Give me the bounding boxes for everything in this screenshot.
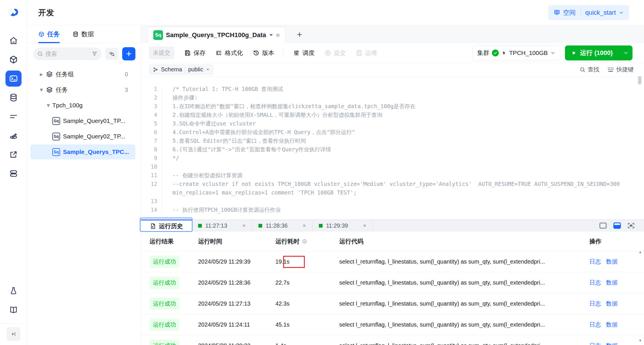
data-link[interactable]: 数据 [606, 321, 618, 329]
code-editor[interactable]: 1 /* Tutorial 1: TPC-H 100GB 查询测试 2 操作步骤… [141, 77, 644, 219]
rail-item-share[interactable] [0, 145, 27, 164]
code-line: 1 /* Tutorial 1: TPC-H 100GB 查询测试 [141, 85, 644, 93]
editor-scrollbar-thumb[interactable] [638, 76, 641, 85]
log-link[interactable]: 日志 [589, 279, 601, 287]
flask-icon [9, 287, 18, 295]
collapse-sidebar-button[interactable] [7, 327, 20, 341]
search-box[interactable] [33, 47, 101, 60]
filter-funnel-icon[interactable] [92, 51, 97, 57]
terminal-icon [9, 74, 18, 83]
col-header-duration: 运行耗时 [275, 237, 300, 245]
rail-item-lab[interactable] [0, 281, 27, 300]
tree-file-querys-selected[interactable]: Sq Sample_Querys_TPC... [30, 144, 135, 159]
new-tab-button[interactable]: + [297, 30, 302, 39]
result-row[interactable]: 运行成功 2024/05/29 11:27:13 42.3s select l_… [141, 293, 644, 314]
result-row[interactable]: 运行成功 2024/05/29 11:29:39 19.1s select l_… [141, 251, 644, 272]
save-button[interactable]: 保存 [184, 49, 206, 57]
run-options-dropdown[interactable] [619, 45, 632, 60]
data-link[interactable]: 数据 [606, 279, 618, 287]
tree-folder-tpch100g[interactable]: ▾ Tpch_100g [30, 98, 135, 113]
tab-result-run[interactable]: 11:27:13 × [192, 220, 252, 232]
log-link[interactable]: 日志 [589, 342, 601, 345]
caret-down-icon[interactable] [269, 34, 273, 37]
log-link[interactable]: 日志 [589, 321, 601, 329]
schema-selector[interactable]: Schema public [149, 64, 214, 75]
rail-item-home[interactable] [0, 31, 27, 50]
sidebar: 任务 数据 ▸ 任务组 0 ▾ [27, 25, 141, 345]
sidebar-tab-label: 数据 [81, 30, 94, 39]
code-text: 4.Control+A选中需要执行部分或全部的TPC-H Query，点击"部分… [162, 128, 644, 136]
ops-button[interactable]: 运维 [356, 49, 377, 57]
format-button[interactable]: 格式化 [215, 49, 243, 57]
tree-group-tasks[interactable]: ▾ 任务 3 [30, 82, 135, 97]
run-button[interactable]: 运行 (1000) [565, 45, 632, 60]
editor-tab[interactable]: Sq Sample_Querys_TPCH100g_Data [148, 27, 285, 43]
close-icon[interactable]: × [363, 222, 367, 229]
code-line: 10 [141, 162, 644, 171]
workspace-label: 空间 [563, 8, 576, 17]
database-icon [72, 31, 79, 37]
run-time: 2024/05/29 11:28:36 [198, 279, 275, 286]
line-number: 6 [141, 128, 162, 136]
sql-file-icon: Sq [52, 117, 60, 125]
rail-item-develop[interactable] [0, 69, 27, 88]
layers-icon [46, 86, 53, 93]
schedule-button[interactable]: 调度 [293, 49, 315, 57]
close-icon[interactable]: × [242, 222, 246, 229]
log-link[interactable]: 日志 [589, 300, 601, 308]
result-row[interactable]: 运行成功 2024/05/29 11:28:36 22.7s select l_… [141, 272, 644, 293]
status-success-badge: 运行成功 [150, 319, 179, 331]
layout-split-active-icon[interactable] [613, 222, 621, 229]
chevron-down-icon[interactable]: ▾ [39, 86, 44, 93]
data-link[interactable]: 数据 [606, 300, 618, 308]
data-link[interactable]: 数据 [606, 258, 618, 266]
tab-time-label: 11:27:13 [205, 222, 227, 229]
workspace-switcher[interactable]: 空间 quick_start [548, 5, 629, 20]
tab-result-run[interactable]: 11:29:39 × [313, 220, 373, 232]
tree-file-query02[interactable]: Sq Sample_Query02_TP... [30, 129, 135, 144]
table-scroll-down-arrow[interactable]: ▼ [638, 338, 643, 343]
rail-item-docs[interactable] [0, 300, 27, 319]
code-line: 8 6.(可选)通过"计算"->"历史"页面查看每个Query作业执行详情 [141, 145, 644, 154]
pen-disc-icon [9, 131, 18, 140]
sql-file-icon: Sq [52, 148, 60, 156]
result-row[interactable]: 运行成功 2024/05/29 11:20:33 1.4s select l_r… [141, 335, 644, 345]
data-link[interactable]: 数据 [606, 342, 618, 345]
rail-item-compute[interactable] [0, 164, 27, 183]
tab-result-run[interactable]: 11:28:36 × [252, 220, 313, 232]
layout-maximize-editor-icon[interactable] [599, 222, 607, 229]
chevron-right-icon[interactable]: ▸ [39, 71, 44, 78]
version-button[interactable]: 版本 [253, 49, 274, 57]
log-link[interactable]: 日志 [589, 258, 601, 266]
new-task-button[interactable] [122, 47, 135, 60]
search-input[interactable] [45, 51, 71, 57]
tab-label: 运行历史 [159, 222, 183, 230]
tab-time-label: 11:29:39 [326, 222, 348, 229]
close-icon[interactable]: × [302, 222, 306, 229]
rail-item-tasks[interactable] [0, 107, 27, 126]
locate-file-button[interactable] [105, 48, 118, 60]
editor-tabstrip: Sq Sample_Querys_TPCH100g_Data + [141, 25, 644, 43]
line-number: 9 [141, 154, 162, 162]
sidebar-tab-tasks[interactable]: 任务 [38, 25, 60, 43]
brand-logo-icon[interactable] [7, 5, 20, 20]
info-icon[interactable] [302, 239, 307, 244]
table-scroll-up-arrow[interactable]: ▲ [638, 250, 643, 254]
submit-button[interactable]: 提交 [324, 49, 346, 57]
sidebar-tab-label: 任务 [47, 30, 60, 39]
cluster-selector[interactable]: 集群 TPCH_100GB [472, 45, 560, 60]
find-button[interactable]: 查找 [580, 66, 599, 73]
result-row[interactable]: 运行成功 2024/05/29 11:24:11 45.1s select l_… [141, 314, 644, 335]
fullscreen-icon[interactable] [627, 222, 635, 229]
tree-group-taskgroup[interactable]: ▸ 任务组 0 [30, 67, 135, 82]
rail-item-adhoc-query[interactable] [0, 126, 27, 145]
chevron-down-icon[interactable]: ▾ [45, 102, 51, 109]
tab-run-history[interactable]: 运行历史 [141, 220, 192, 232]
sidebar-tab-data[interactable]: 数据 [72, 25, 94, 43]
shortcuts-button[interactable]: 快捷键 [607, 66, 634, 73]
rail-item-modules[interactable] [0, 50, 27, 69]
tree-file-query01[interactable]: Sq Sample_Query01_TP... [30, 113, 135, 128]
line-number: 7 [141, 136, 162, 145]
schema-value: public [188, 66, 203, 73]
rail-item-data[interactable] [0, 88, 27, 107]
